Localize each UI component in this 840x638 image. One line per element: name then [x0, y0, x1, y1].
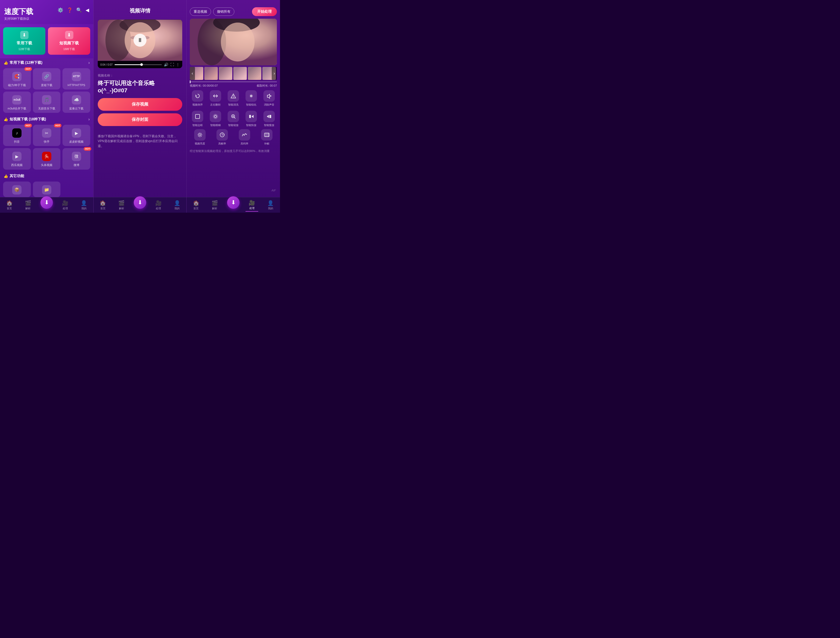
- filmstrip-next-btn[interactable]: ›: [272, 67, 277, 80]
- nav-process-right[interactable]: 🎥 处理: [246, 199, 258, 212]
- svg-rect-25: [269, 115, 271, 118]
- other-item-1[interactable]: 📦: [3, 182, 31, 197]
- kuaishou-item[interactable]: HOT ✂ 快手: [33, 125, 61, 146]
- hot-badge-dy: HOT: [24, 124, 32, 127]
- nav-mine-mid[interactable]: 👤 我的: [171, 199, 183, 211]
- tool-blur[interactable]: 智能模糊: [208, 111, 224, 127]
- nav-parse-right[interactable]: 🎬 解析: [208, 199, 221, 211]
- tool-clean[interactable]: 智能清洗: [226, 90, 242, 107]
- toutiao-label: 头条视频: [41, 163, 52, 167]
- frame-4[interactable]: [233, 67, 247, 80]
- common-icon: ⬇: [20, 31, 28, 39]
- short-icon: ⬇: [65, 31, 73, 39]
- tool-sharpen[interactable]: 智能锐化: [243, 90, 259, 107]
- volume-icon[interactable]: 🔊: [164, 62, 168, 66]
- nav-home-left[interactable]: 🏠 首页: [3, 199, 16, 211]
- common-chevron[interactable]: ›: [88, 60, 90, 65]
- common-count: 12种下载: [18, 47, 30, 51]
- tool-zoom[interactable]: 智能缩放: [226, 111, 242, 127]
- sharpen-label: 智能锐化: [246, 103, 256, 107]
- duration-bar[interactable]: [190, 81, 277, 82]
- user-icon-mid: 👤: [174, 200, 180, 206]
- cloud-icon: ☁️: [72, 95, 81, 104]
- thumb-up-icon: 👍: [4, 61, 8, 65]
- tool-fps[interactable]: 高帧率: [212, 129, 232, 146]
- nav-download-mid[interactable]: ⬇: [134, 196, 146, 209]
- settings-icon[interactable]: ⚙️: [58, 7, 63, 13]
- nav-mine-left[interactable]: 👤 我的: [77, 199, 90, 211]
- fullscreen-icon[interactable]: ⛶: [171, 62, 174, 66]
- tool-brightness[interactable]: 视频亮度: [190, 129, 210, 146]
- music-label: 无损音乐下载: [38, 107, 55, 110]
- nav-parse-mid[interactable]: 🎬 解析: [115, 199, 128, 211]
- weibo-item[interactable]: HOT 微 微博: [63, 148, 90, 169]
- right-thumb-svg: [190, 19, 277, 65]
- nav-mine-right[interactable]: 👤 我的: [264, 199, 277, 211]
- nav-parse-left[interactable]: 🎬 解析: [22, 199, 35, 211]
- short-chevron[interactable]: ›: [88, 117, 90, 122]
- tools-row-3: 视频亮度 高帧率 高码率 补帧: [187, 129, 280, 147]
- frame-5[interactable]: [248, 67, 261, 80]
- tool-bitrate[interactable]: 高码率: [234, 129, 254, 146]
- more-icon[interactable]: ⋮: [176, 62, 180, 66]
- tool-interpolation[interactable]: 补帧: [257, 129, 277, 146]
- save-cover-button[interactable]: 保存封面: [98, 113, 182, 126]
- parse-icon-right: 🎬: [212, 200, 218, 206]
- progress-bar[interactable]: [115, 64, 162, 65]
- m3u8-item[interactable]: m3u8 m3u8合并下载: [3, 92, 31, 113]
- tool-fast[interactable]: 智能快放: [243, 111, 259, 127]
- xigua-item[interactable]: ▶ 西瓜视频: [3, 148, 31, 169]
- middle-header: 视频详情: [93, 0, 186, 17]
- xigua-label: 西瓜视频: [11, 163, 22, 167]
- search-icon[interactable]: 🔍: [76, 7, 82, 13]
- duration-cursor: [190, 81, 191, 83]
- nav-process-left[interactable]: 🎥 处理: [59, 199, 71, 211]
- video-duration-text: 视频时长: 00:00/00:07: [190, 84, 218, 88]
- direct-link-item[interactable]: 🔗 直链下载: [33, 68, 61, 89]
- clean-icon: [227, 90, 239, 102]
- filmstrip-prev-btn[interactable]: ‹: [190, 67, 195, 80]
- http-item[interactable]: HTTP HTTP/HTTPS: [63, 68, 90, 89]
- clean-label: 智能清洗: [228, 103, 238, 107]
- cloud-item[interactable]: ☁️ 蓝奏云下载: [63, 92, 90, 113]
- nav-home-right[interactable]: 🏠 首页: [190, 199, 202, 211]
- other-item-2[interactable]: 📁: [33, 182, 61, 197]
- tool-border[interactable]: 智能边框: [190, 111, 205, 127]
- short-video-download-btn[interactable]: ⬇ 短视频下载 18种下载: [48, 27, 90, 55]
- save-video-button[interactable]: 保存视频: [98, 98, 182, 111]
- start-process-button[interactable]: 开始处理: [252, 7, 277, 16]
- pipixia-label: 皮皮虾视频: [69, 140, 84, 143]
- nav-download-right[interactable]: ⬇: [227, 196, 240, 209]
- toutiao-item[interactable]: 头 头条视频: [33, 148, 61, 169]
- brightness-icon: [194, 129, 205, 141]
- music-item[interactable]: 🎵 无损音乐下载: [33, 92, 61, 113]
- help-icon[interactable]: ❓: [67, 7, 73, 13]
- progress-fill: [115, 64, 142, 65]
- pause-button[interactable]: ⏸: [134, 34, 147, 47]
- hot-badge-wb: HOT: [84, 147, 91, 151]
- other-grid: 📦 📁: [0, 180, 93, 197]
- svg-line-32: [201, 136, 202, 137]
- slow-label: 智能慢放: [264, 123, 274, 127]
- frame-2[interactable]: [204, 67, 218, 80]
- back-icon[interactable]: ◀: [85, 7, 89, 13]
- slow-icon: [264, 111, 275, 122]
- douyin-item[interactable]: HOT ♪ 抖音: [3, 125, 31, 146]
- nav-process-mid[interactable]: 🎥 处理: [152, 199, 165, 211]
- tool-flip[interactable]: 左右翻转: [208, 90, 224, 107]
- cancel-all-button[interactable]: 撤销所有: [213, 8, 234, 16]
- mute-label: 消除声音: [264, 103, 274, 107]
- reset-video-button[interactable]: 重选视频: [190, 8, 211, 16]
- common-download-btn[interactable]: ⬇ 常用下载 12种下载: [3, 27, 45, 55]
- nav-home-mid[interactable]: 🏠 首页: [96, 199, 109, 211]
- tool-reverse[interactable]: 视频倒序: [190, 90, 205, 107]
- pipixia-item[interactable]: ▶ 皮皮虾视频: [63, 125, 90, 146]
- home-icon-mid: 🏠: [99, 200, 106, 206]
- frame-3[interactable]: [219, 67, 232, 80]
- tool-slow[interactable]: 智能慢放: [261, 111, 277, 127]
- thumb-up-icon3: 👍: [4, 174, 8, 178]
- nav-download-left[interactable]: ⬇: [41, 196, 53, 209]
- svg-point-17: [215, 116, 216, 117]
- magnet-item[interactable]: HOT 🧲 磁力/种子下载: [3, 68, 31, 89]
- tool-mute[interactable]: 消除声音: [261, 90, 277, 107]
